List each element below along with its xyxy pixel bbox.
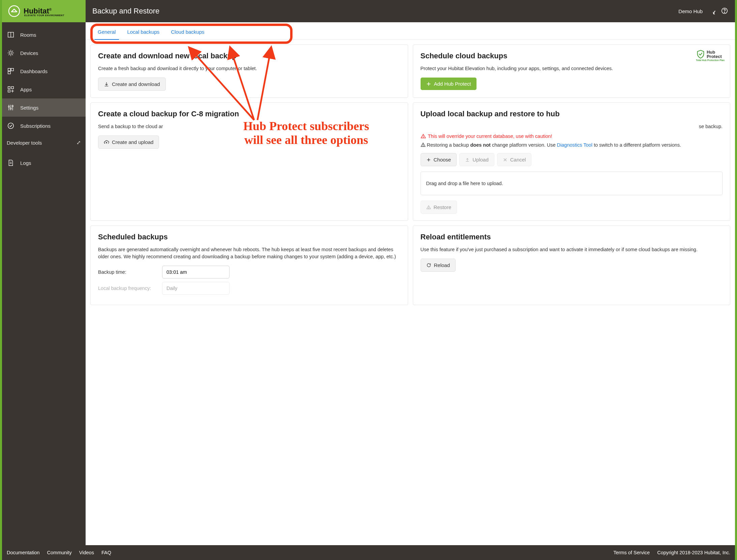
svg-rect-17 [8,90,10,92]
card-desc: Protect your Hubitat Elevation hub, incl… [421,65,723,72]
sidebar: Hubitat® ELEVATE YOUR ENVIRONMENT Rooms … [2,0,86,545]
card-desc: Send a backup to the cloud ar [98,123,400,130]
plus-icon [426,157,431,162]
rooms-icon [7,31,15,39]
svg-point-39 [423,146,423,146]
logo[interactable]: Hubitat® ELEVATE YOUR ENVIRONMENT [2,0,86,22]
footer-link-documentation[interactable]: Documentation [7,550,40,555]
apps-icon [7,85,15,93]
svg-point-25 [12,106,13,107]
chat-icon[interactable] [708,7,715,16]
logs-icon [7,159,15,167]
backup-frequency-select[interactable] [162,282,229,295]
app-shell: Hubitat® ELEVATE YOUR ENVIRONMENT Rooms … [0,0,737,545]
plus-icon [426,81,431,87]
create-upload-button[interactable]: Create and upload [98,136,159,149]
sidebar-item-subscriptions[interactable]: Subscriptions [2,117,86,135]
choose-button[interactable]: Choose [421,153,457,166]
svg-rect-14 [8,71,10,74]
dropzone[interactable]: Drag and drop a file here to upload. [421,172,723,195]
svg-point-45 [428,208,429,208]
info-text: Restoring a backup does not change platf… [421,142,723,148]
footer-link-faq[interactable]: FAQ [101,550,111,555]
card-reload-entitlements: Reload entitlements Use this feature if … [413,226,731,305]
warning-icon [421,134,426,139]
nav-dev: Logs [2,150,86,172]
footer-link-videos[interactable]: Videos [79,550,94,555]
svg-line-11 [12,51,13,52]
card-title: Upload local backup and restore to hub [421,110,723,118]
page-title: Backup and Restore [92,7,159,16]
svg-rect-12 [8,68,10,71]
svg-point-3 [9,52,12,54]
svg-point-21 [8,106,10,107]
svg-point-37 [423,137,423,138]
sidebar-item-apps[interactable]: Apps [2,80,86,98]
cancel-button[interactable]: Cancel [497,153,532,166]
tab-local-backups[interactable]: Local backups [126,27,160,39]
card-grid: Create and download new local backup Cre… [86,40,735,310]
reload-button[interactable]: Reload [421,259,456,272]
sidebar-item-dashboards[interactable]: Dashboards [2,62,86,80]
subscriptions-icon [7,122,15,130]
card-title: Reload entitlements [421,233,723,241]
card-create-download: Create and download new local backup Cre… [90,45,408,98]
warning-icon [426,205,431,210]
hub-protect-logo: Hub Protect Total Hub Protection Plan [696,50,725,61]
tab-general[interactable]: General [97,27,116,39]
create-download-button[interactable]: Create and download [98,78,166,91]
card-create-cloud: Create a cloud backup for C-8 migration … [90,102,408,221]
card-desc: Create a fresh backup and download it di… [98,65,400,72]
tab-cloud-backups[interactable]: Cloud backups [170,27,205,39]
upload-button[interactable]: Upload [459,153,494,166]
svg-line-10 [9,54,10,55]
backup-time-input[interactable] [162,266,229,278]
main: Backup and Restore Demo Hub General Loca… [86,0,735,545]
svg-point-26 [8,123,14,129]
backup-time-label: Backup time: [98,269,155,275]
warning-text: This will override your current database… [421,134,723,139]
card-schedule-cloud: Hub Protect Total Hub Protection Plan Sc… [413,45,731,98]
add-hub-protect-button[interactable]: Add Hub Protect [421,78,477,90]
download-icon [104,82,109,87]
svg-rect-15 [8,87,10,89]
content: General Local backups Cloud backups Hub … [86,22,735,545]
devices-icon [7,49,15,57]
footer-link-community[interactable]: Community [47,550,72,555]
card-title: Create a cloud backup for C-8 migration [98,110,400,118]
shield-icon [696,50,705,59]
developer-tools-toggle[interactable]: Developer tools⤢ [2,135,86,150]
nav: Rooms Devices Dashboards Apps Settings S… [2,22,86,135]
card-upload-restore: Upload local backup and restore to hub s… [413,102,731,221]
card-desc: Use this feature if you've just purchase… [421,246,723,253]
help-icon[interactable] [721,7,728,16]
upload-icon [465,157,470,162]
settings-icon [7,104,15,112]
logo-icon [8,5,20,17]
reload-icon [426,263,431,268]
svg-line-9 [12,54,13,55]
card-title: Schedule cloud backups [421,52,723,60]
sidebar-item-devices[interactable]: Devices [2,44,86,62]
sidebar-item-settings[interactable]: Settings [2,98,86,117]
backup-frequency-label: Local backup frequency: [98,286,155,291]
sidebar-item-rooms[interactable]: Rooms [2,26,86,44]
diagnostics-tool-link[interactable]: Diagnostics Tool [557,142,592,148]
footer-link-tos[interactable]: Terms of Service [613,550,650,555]
brand-tagline: ELEVATE YOUR ENVIRONMENT [24,14,64,17]
card-title: Create and download new local backup [98,52,400,60]
close-icon [503,157,508,162]
topbar: Backup and Restore Demo Hub [86,0,735,22]
sidebar-item-logs[interactable]: Logs [2,154,86,172]
footer-copyright: Copyright 2018-2023 Hubitat, Inc. [657,550,730,555]
dashboards-icon [7,67,15,75]
svg-point-0 [9,6,20,17]
card-desc: Backups are generated automatically over… [98,246,400,260]
warning-icon [421,142,426,147]
card-desc-fragment: se backup. [421,123,723,130]
restore-button[interactable]: Restore [421,201,457,214]
card-scheduled-backups: Scheduled backups Backups are generated … [90,226,408,305]
svg-point-30 [724,12,725,12]
svg-rect-13 [11,68,13,71]
tabs: General Local backups Cloud backups [86,22,735,40]
